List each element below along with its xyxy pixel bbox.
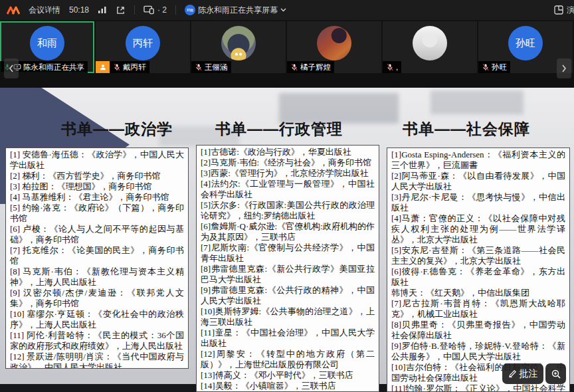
zoom-in-button[interactable] (545, 363, 566, 384)
book-list-item: [1]Gosta Esping-Andersen：《福利资本主义的三个世界》，巨… (391, 149, 565, 171)
background-photo-shape (430, 90, 524, 114)
mic-muted-icon (195, 63, 203, 71)
pencil-icon (508, 369, 517, 378)
meeting-details-button[interactable]: 会议详情 (29, 5, 60, 16)
participant-tile[interactable]: 王俪涵 (191, 21, 286, 73)
book-list-item: [9]罗伯特·B.登哈特，珍妮特·V.登哈特：《新公共服务》，中国人民大学出版社 (391, 341, 565, 362)
chevron-left-icon (9, 64, 14, 72)
book-list-item: [9] 汉密尔顿/杰伊/麦迪逊：《联邦党人文集》，商务印书馆 (10, 288, 184, 309)
meeting-window: 会议详情 50:18 · 2 和雨 陈永和雨正在共享屏幕 (0, 0, 574, 392)
sharing-status-dropdown[interactable]: 和雨 陈永和雨正在共享屏幕 (185, 5, 286, 16)
book-list-item: [8]贝弗里奇：《贝弗里奇报告》，中国劳动社会保障出版社 (391, 320, 565, 341)
column-title-politics: 书单——政治学 (61, 119, 173, 140)
book-list-item: [3]丹尼尔·卡尼曼：《思考快与慢》，中信出版社 (391, 192, 565, 213)
view-mode-button[interactable]: 演示 (554, 5, 574, 16)
book-list-public-admin: [1]古德诺:《政治与行政》，华夏出版社[2]马克斯·韦伯:《经济与社会》，商务… (196, 145, 379, 392)
avatar: 孙旺 (508, 26, 543, 60)
shared-screen-view: 书单——政治学 书单——行政管理 书单——社会保障 [1] 安德鲁·海伍德：《政… (0, 88, 574, 392)
column-title-social-security: 书单——社会保障 (403, 119, 530, 140)
participant-filmstrip: 和雨 陈永和雨正在共享 丙轩 戴丙轩 (0, 20, 574, 88)
book-list-item: [7] 托克维尔：《论美国的民主》，商务印书馆 (10, 245, 184, 266)
book-list-item: [5]沃尔多:《行政国家:美国公共行政的政治理论研究》，纽约:罗纳德出版社 (201, 200, 375, 221)
book-list-item: [14]吴毅：《小镇喧嚣》，三联书店 (201, 381, 375, 391)
book-list-item: [12] 景跃进/陈明明/肖滨：《当代中国政府与政治》，中国人民大学出版社 (10, 351, 184, 369)
sharing-status-label: 陈永和雨正在共享屏幕 (198, 5, 278, 16)
participant-name: , (396, 63, 398, 71)
layout-view-icon (554, 5, 563, 15)
network-signal-icon[interactable] (98, 6, 107, 14)
book-list-item: [4]马萧：官僚的正义：《以社会保障中对残疾人权利主张的处理为例——世界法学译丛… (391, 213, 565, 245)
avatar-image (221, 26, 256, 60)
book-list-item: [1]古德诺:《政治与行政》，华夏出版社 (201, 147, 375, 157)
book-list-item: [10]奥斯特罗姆:《公共事物的治理之道》，上海三联出版社 (201, 306, 375, 328)
filmstrip-prev-button[interactable] (4, 58, 19, 78)
participant-tile[interactable]: 橘子辉煌 (287, 21, 381, 73)
person-badge-icon (96, 61, 110, 73)
book-list-item: [5] 约翰·洛克：《政府论》（下篇），商务印书馆 (10, 203, 184, 224)
mic-muted-icon (113, 63, 121, 71)
monitor-icon (144, 5, 155, 15)
participant-name: 橘子辉煌 (300, 62, 331, 72)
annotate-button[interactable]: 批注 (502, 363, 543, 384)
avatar-image (317, 26, 351, 60)
book-list-item: [9]弗雷德里克森:《公共行政的精神》，中国人民大学出版社 (201, 285, 375, 306)
book-list-item: [3] 柏拉图：《理想国》，商务印书馆 (10, 181, 184, 192)
mic-muted-icon (290, 63, 298, 71)
book-list-item: [4]法约尔:《工业管理与一般管理》，中国社会科学出版社 (201, 179, 375, 200)
screen-count-label: · 2 (157, 5, 167, 15)
book-list-item: [7]尼斯坎南:《官僚制与公共经济学》，中国青年出版社 (201, 243, 375, 264)
book-list-item: [6]詹姆斯·Q·威尔逊:《官僚机构:政府机构的作为及其原因》，三联书店 (201, 221, 375, 243)
magnifier-plus-icon (551, 369, 561, 379)
mic-muted-icon (386, 63, 394, 71)
participant-name: 陈永和雨正在共享 (23, 62, 84, 72)
chevron-down-icon (280, 8, 286, 12)
open-in-window-icon[interactable] (116, 5, 126, 15)
book-list-item: [8]弗雷德里克森:《新公共行政学》美国亚拉巴马大学出版社 (201, 264, 375, 285)
book-list-item: [10] 塞缪尔·亨廷顿：《变化社会中的政治秩序》，上海人民出版社 (10, 309, 184, 330)
avatar: 丙轩 (126, 26, 160, 60)
participant-tile[interactable]: , (383, 21, 477, 73)
annotate-label: 批注 (520, 368, 538, 380)
tencent-meeting-logo-icon (7, 5, 20, 15)
avatar-image (413, 26, 447, 60)
topbar-divider (175, 5, 176, 15)
book-list-politics: [1] 安德鲁·海伍德：《政治学》，中国人民大学出版社[2] 梯利：《西方哲学史… (5, 147, 189, 369)
mic-muted-icon (482, 63, 490, 71)
view-mode-label: 演示 (567, 5, 574, 16)
book-list-social-security: [1]Gosta Esping-Andersen：《福利资本主义的三个世界》，巨… (387, 147, 570, 392)
book-list-item: [2]阿马蒂亚·森：《以自由看待发展》，中国人民大学出版社 (391, 171, 565, 192)
shared-screens-indicator[interactable]: · 2 (144, 5, 167, 15)
book-list-item: [5]安东尼·吉登斯：《第三条道路——社会民主主义的复兴》，北京大学出版社 (391, 245, 565, 266)
book-list-item: [7]尼古拉斯·韦普肖特：《凯恩斯大战哈耶克》，机械工业出版社 (391, 298, 565, 320)
book-list-item: [2] 梯利：《西方哲学史》，商务印书馆 (10, 171, 184, 181)
filmstrip-next-button[interactable] (557, 58, 571, 78)
book-list-item: [6]彼得·F.德鲁克：《养老金革命》，东方出版社 (391, 266, 565, 288)
participant-name: 戴丙轩 (123, 62, 146, 72)
avatar: 和雨 (30, 26, 64, 60)
book-list-item: [2]马克斯·韦伯:《经济与社会》，商务印书馆 (201, 157, 375, 168)
topbar-divider (134, 5, 135, 15)
chevron-right-icon (561, 64, 567, 72)
book-list-item: [1] 安德鲁·海伍德：《政治学》，中国人民大学出版社 (10, 149, 184, 171)
meeting-timer: 50:18 (69, 5, 89, 15)
book-list-item: [8] 马克斯·韦伯：《新教伦理与资本主义精神》，上海人民出版社 (10, 266, 184, 288)
book-list-item: [3]西蒙:《管理行为》，北京经济学院出版社 (201, 168, 375, 179)
book-list-item: [12]周黎安：《转型中的地方政府（第二版）》，上海世纪出版股份有限公司 (201, 349, 375, 370)
meeting-topbar: 会议详情 50:18 · 2 和雨 陈永和雨正在共享屏幕 (0, 0, 574, 20)
sharer-avatar: 和雨 (185, 5, 195, 15)
book-list-item: [11]童星：《中国社会治理》，中国人民大学出版社 (201, 328, 375, 349)
column-title-public-admin: 书单——行政管理 (215, 119, 343, 140)
book-list-item: [11]约翰·罗尔斯：《正义论》，中国社会科学出版社 (391, 383, 565, 392)
book-list-item: [11] 阿伦·利普哈特：《民主的模式：36个国家的政府形式和政府绩效》，上海人… (10, 330, 184, 351)
participant-tile[interactable]: 丙轩 戴丙轩 (96, 21, 190, 73)
participant-name: 孙旺 (492, 62, 507, 72)
book-list-item: [4] 马基雅维利：《君主论》，商务印书馆 (10, 192, 184, 203)
book-list-item: [6] 卢梭：《论人与人之间不平等的起因与基础》，商务印书馆 (10, 224, 184, 245)
book-list-item: [13]傅高义：《邓小平时代》，三联书店 (201, 370, 375, 381)
book-list-item: 韩博天：《红天鹅》，中信出版集团 (391, 288, 565, 298)
participant-name: 王俪涵 (205, 62, 228, 72)
